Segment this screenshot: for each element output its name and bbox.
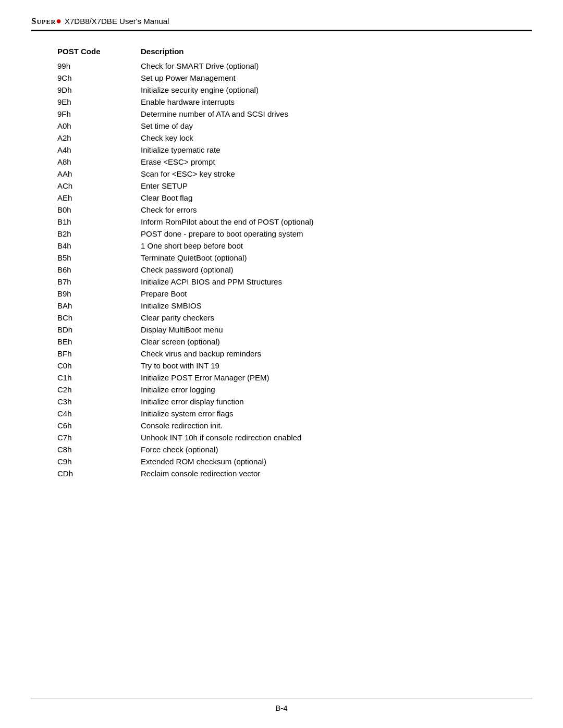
post-code-cell: CDh bbox=[57, 469, 141, 478]
post-code-cell: BDh bbox=[57, 325, 141, 334]
post-code-cell: ACh bbox=[57, 181, 141, 190]
table-row: B5hTerminate QuietBoot (optional) bbox=[57, 252, 506, 264]
post-code-cell: B4h bbox=[57, 241, 141, 250]
post-desc-cell: Erase <ESC> prompt bbox=[141, 157, 506, 166]
post-desc-cell: Display MultiBoot menu bbox=[141, 325, 506, 334]
post-desc-cell: Clear screen (optional) bbox=[141, 337, 506, 346]
table-row: BDhDisplay MultiBoot menu bbox=[57, 324, 506, 336]
post-desc-cell: Initialize security engine (optional) bbox=[141, 85, 506, 94]
post-code-cell: 99h bbox=[57, 61, 141, 70]
table-header-row: POST Code Description bbox=[57, 47, 506, 56]
table-row: 9EhEnable hardware interrupts bbox=[57, 96, 506, 108]
post-code-cell: A8h bbox=[57, 157, 141, 166]
post-code-cell: AAh bbox=[57, 169, 141, 178]
post-code-cell: A4h bbox=[57, 145, 141, 154]
post-desc-cell: Inform RomPilot about the end of POST (o… bbox=[141, 217, 506, 226]
post-desc-cell: Unhook INT 10h if console redirection en… bbox=[141, 433, 506, 442]
table-row: AChEnter SETUP bbox=[57, 180, 506, 192]
table-row: CDhReclaim console redirection vector bbox=[57, 467, 506, 479]
table-row: B2hPOST done - prepare to boot operating… bbox=[57, 228, 506, 240]
post-desc-cell: Initialize error logging bbox=[141, 385, 506, 394]
post-code-cell: 9Ch bbox=[57, 73, 141, 82]
post-desc-cell: Scan for <ESC> key stroke bbox=[141, 169, 506, 178]
post-desc-cell: Force check (optional) bbox=[141, 445, 506, 454]
post-code-cell: C6h bbox=[57, 421, 141, 430]
post-desc-cell: Determine number of ATA and SCSI drives bbox=[141, 109, 506, 118]
post-desc-cell: Set time of day bbox=[141, 121, 506, 130]
post-desc-cell: Extended ROM checksum (optional) bbox=[141, 457, 506, 466]
post-code-cell: C4h bbox=[57, 409, 141, 418]
post-code-cell: B2h bbox=[57, 229, 141, 238]
page-number: B-4 bbox=[275, 704, 287, 712]
table-row: B7hInitialize ACPI BIOS and PPM Structur… bbox=[57, 276, 506, 288]
table-row: BChClear parity checkers bbox=[57, 312, 506, 324]
brand-dot: ● bbox=[56, 16, 62, 27]
post-desc-cell: Initialize POST Error Manager (PEM) bbox=[141, 373, 506, 382]
table-row: 9ChSet up Power Management bbox=[57, 72, 506, 84]
table-row: B4h1 One short beep before boot bbox=[57, 240, 506, 252]
table-row: A0hSet time of day bbox=[57, 120, 506, 132]
post-code-cell: BCh bbox=[57, 313, 141, 322]
table-row: C4hInitialize system error flags bbox=[57, 408, 506, 419]
post-desc-cell: Check key lock bbox=[141, 133, 506, 142]
post-code-cell: BAh bbox=[57, 301, 141, 310]
post-desc-cell: Check for SMART Drive (optional) bbox=[141, 61, 506, 70]
post-code-cell: B1h bbox=[57, 217, 141, 226]
table-row: C2hInitialize error logging bbox=[57, 384, 506, 396]
post-code-cell: C0h bbox=[57, 361, 141, 370]
post-code-cell: A2h bbox=[57, 133, 141, 142]
post-code-cell: C8h bbox=[57, 445, 141, 454]
post-code-cell: BFh bbox=[57, 349, 141, 358]
post-code-cell: 9Dh bbox=[57, 85, 141, 94]
post-desc-cell: Console redirection init. bbox=[141, 421, 506, 430]
post-desc-cell: Enable hardware interrupts bbox=[141, 97, 506, 106]
post-code-cell: 9Eh bbox=[57, 97, 141, 106]
post-code-cell: B7h bbox=[57, 277, 141, 286]
post-code-cell: C2h bbox=[57, 385, 141, 394]
table-row: C8hForce check (optional) bbox=[57, 443, 506, 455]
post-desc-cell: Terminate QuietBoot (optional) bbox=[141, 253, 506, 262]
table-row: 9DhInitialize security engine (optional) bbox=[57, 84, 506, 96]
page-container: Super● X7DB8/X7DBE User's Manual POST Co… bbox=[0, 0, 563, 728]
post-desc-cell: Prepare Boot bbox=[141, 289, 506, 298]
table-row: B0hCheck for errors bbox=[57, 204, 506, 216]
post-desc-cell: Check virus and backup reminders bbox=[141, 349, 506, 358]
table-row: C9hExtended ROM checksum (optional) bbox=[57, 455, 506, 467]
table-row: BEhClear screen (optional) bbox=[57, 336, 506, 348]
table-row: B1hInform RomPilot about the end of POST… bbox=[57, 216, 506, 228]
table-row: BAhInitialize SMBIOS bbox=[57, 300, 506, 312]
post-desc-cell: Initialize ACPI BIOS and PPM Structures bbox=[141, 277, 506, 286]
col-header-code: POST Code bbox=[57, 47, 141, 56]
table-row: 99hCheck for SMART Drive (optional) bbox=[57, 60, 506, 72]
brand-logo: Super● bbox=[31, 16, 62, 27]
table-row: 9FhDetermine number of ATA and SCSI driv… bbox=[57, 108, 506, 120]
table-row: BFhCheck virus and backup reminders bbox=[57, 348, 506, 360]
table-row: C6hConsole redirection init. bbox=[57, 419, 506, 431]
table-row: A4hInitialize typematic rate bbox=[57, 144, 506, 156]
post-desc-cell: Clear parity checkers bbox=[141, 313, 506, 322]
page-header: Super● X7DB8/X7DBE User's Manual bbox=[31, 16, 532, 31]
post-desc-cell: Check password (optional) bbox=[141, 265, 506, 274]
table-row: AEhClear Boot flag bbox=[57, 192, 506, 204]
post-desc-cell: Clear Boot flag bbox=[141, 193, 506, 202]
post-code-cell: B5h bbox=[57, 253, 141, 262]
post-code-cell: C7h bbox=[57, 433, 141, 442]
table-row: AAhScan for <ESC> key stroke bbox=[57, 168, 506, 180]
post-code-cell: A0h bbox=[57, 121, 141, 130]
post-desc-cell: Initialize system error flags bbox=[141, 409, 506, 418]
table-row: C0hTry to boot with INT 19 bbox=[57, 360, 506, 372]
footer-divider bbox=[31, 698, 532, 698]
post-desc-cell: Initialize typematic rate bbox=[141, 145, 506, 154]
table-row: C7hUnhook INT 10h if console redirection… bbox=[57, 431, 506, 443]
post-desc-cell: POST done - prepare to boot operating sy… bbox=[141, 229, 506, 238]
table-body: 99hCheck for SMART Drive (optional)9ChSe… bbox=[57, 60, 506, 479]
post-code-cell: B0h bbox=[57, 205, 141, 214]
post-code-cell: C1h bbox=[57, 373, 141, 382]
post-code-cell: AEh bbox=[57, 193, 141, 202]
post-code-cell: C9h bbox=[57, 457, 141, 466]
post-desc-cell: Reclaim console redirection vector bbox=[141, 469, 506, 478]
page-footer: B-4 bbox=[0, 698, 563, 712]
post-desc-cell: Enter SETUP bbox=[141, 181, 506, 190]
post-code-cell: BEh bbox=[57, 337, 141, 346]
table-row: C3hInitialize error display function bbox=[57, 396, 506, 408]
